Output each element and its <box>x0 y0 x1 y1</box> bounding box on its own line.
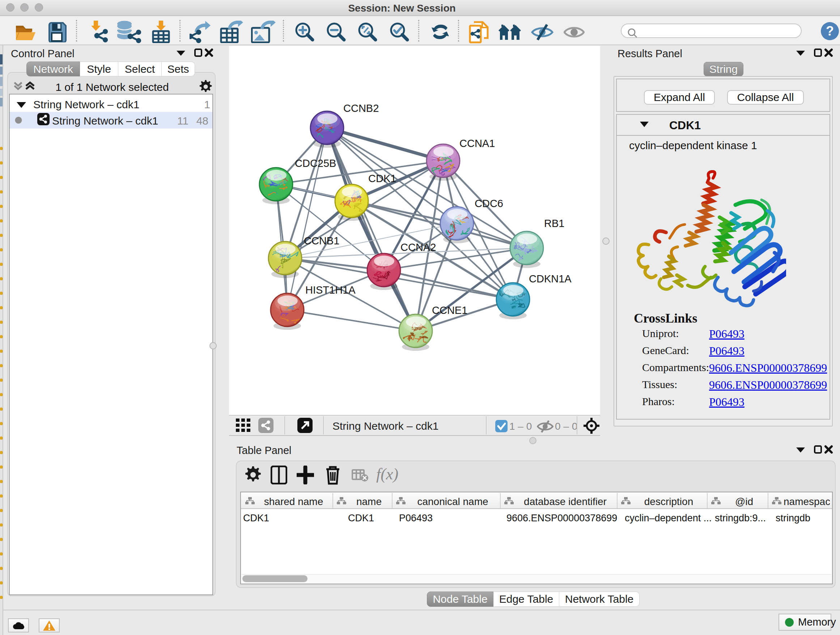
svg-text:CDC25B: CDC25B <box>295 157 336 169</box>
svg-text:HIST1H1A: HIST1H1A <box>305 284 355 296</box>
svg-text:?: ? <box>826 24 834 38</box>
svg-text:CDKN1A: CDKN1A <box>529 273 572 285</box>
svg-text:CDK1: CDK1 <box>368 173 396 184</box>
svg-text:CCNB2: CCNB2 <box>343 103 379 114</box>
svg-text:CCNA1: CCNA1 <box>459 138 495 149</box>
svg-text:CCNB1: CCNB1 <box>304 235 339 247</box>
svg-text:CDC6: CDC6 <box>475 198 503 209</box>
svg-text:CCNE1: CCNE1 <box>432 304 467 316</box>
svg-text:CCNA2: CCNA2 <box>401 241 436 253</box>
svg-text:RB1: RB1 <box>544 218 564 229</box>
